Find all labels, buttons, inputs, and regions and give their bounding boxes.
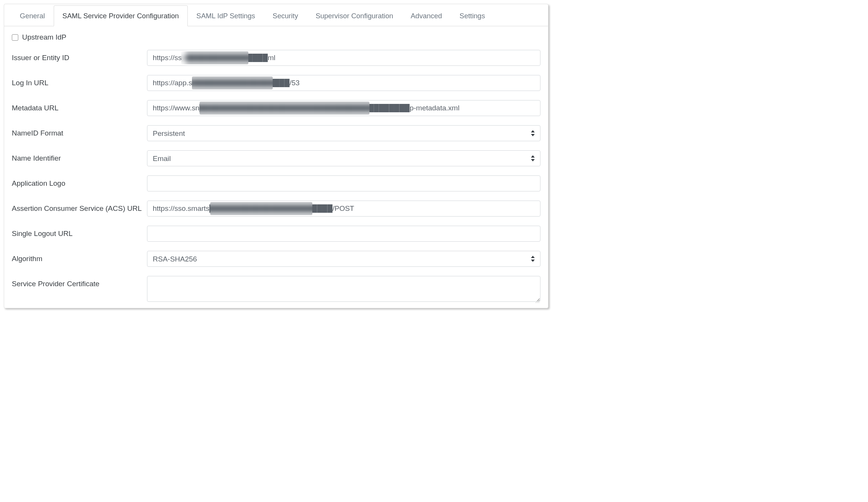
application-logo-label: Application Logo [12,175,147,189]
upstream-idp-label[interactable]: Upstream IdP [22,33,66,41]
application-logo-input[interactable] [147,175,540,191]
tab-security[interactable]: Security [264,5,307,26]
name-identifier-select[interactable]: Email [147,150,540,166]
tab-content: Upstream IdP Issuer or Entity ID Log In … [4,26,548,303]
acs-url-input[interactable] [147,201,540,217]
tab-advanced[interactable]: Advanced [402,5,451,26]
sp-cert-textarea[interactable] [147,276,540,302]
metadata-url-label: Metadata URL [12,100,147,113]
tab-supervisor-config[interactable]: Supervisor Configuration [307,5,402,26]
sp-cert-label: Service Provider Certificate [12,276,147,289]
upstream-idp-checkbox[interactable] [12,34,18,41]
tab-bar: General SAML Service Provider Configurat… [4,4,548,26]
nameid-format-select[interactable]: Persistent [147,125,540,141]
algorithm-select[interactable]: RSA-SHA256 [147,251,540,267]
tab-settings[interactable]: Settings [451,5,494,26]
tab-saml-sp-config[interactable]: SAML Service Provider Configuration [54,5,188,26]
issuer-label: Issuer or Entity ID [12,50,147,63]
tab-saml-idp-settings[interactable]: SAML IdP Settings [188,5,264,26]
slo-url-label: Single Logout URL [12,226,147,239]
slo-url-input[interactable] [147,226,540,242]
config-panel: General SAML Service Provider Configurat… [4,4,548,308]
nameid-format-label: NameID Format [12,125,147,139]
name-identifier-label: Name Identifier [12,150,147,164]
upstream-idp-row: Upstream IdP [12,33,540,41]
login-url-label: Log In URL [12,75,147,88]
tab-general[interactable]: General [11,5,54,26]
algorithm-label: Algorithm [12,251,147,264]
acs-url-label: Assertion Consumer Service (ACS) URL [12,201,147,214]
